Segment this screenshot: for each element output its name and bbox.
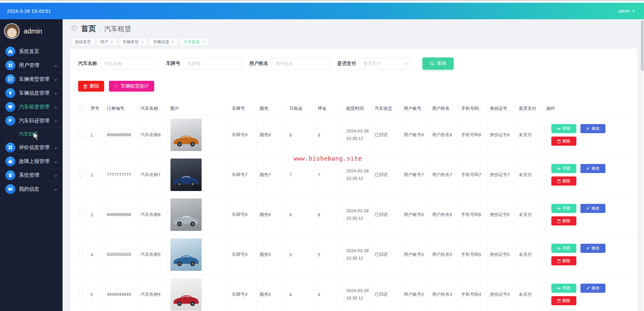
eye-icon — [557, 127, 561, 130]
row-delete-button[interactable]: 删除 — [551, 137, 576, 146]
cell-car-name: 汽车名称5 — [138, 235, 167, 274]
topbar: 2024-3-28 15:43:51 admin ▼ — [0, 3, 644, 19]
view-button[interactable]: 查看 — [551, 164, 576, 173]
tab-vehicle-type[interactable]: 车辆类型 ✕ — [119, 38, 147, 46]
cell-user-name: 用户姓名5 — [429, 235, 458, 274]
tab-vehicle-info[interactable]: 车辆信息 ✕ — [150, 38, 178, 46]
cell-daily-rent: 6 — [286, 195, 315, 235]
eye-icon — [557, 247, 561, 250]
col-image: 图片 — [167, 102, 229, 115]
row-delete-button[interactable]: 删除 — [551, 176, 576, 186]
row-delete-button[interactable]: 删除 — [551, 296, 576, 305]
row-actions: 查看 修改 删除 — [551, 244, 609, 265]
paid-select[interactable]: 是否支付 ∨ — [360, 58, 411, 69]
bulb-icon — [5, 88, 15, 98]
search-button[interactable]: 查询 — [422, 57, 454, 70]
sidebar-item-system-home[interactable]: 系统首页 — [0, 44, 63, 58]
cell-order-no: 5555555555 — [104, 235, 138, 274]
edit-button[interactable]: 修改 — [580, 204, 605, 213]
chart-icon — [5, 74, 15, 84]
cell-order-no: 7777777777 — [104, 155, 138, 195]
trash-icon — [557, 299, 561, 303]
rental-stats-button[interactable]: ♡ 车辆租赁统计 — [109, 81, 154, 92]
select-all-checkbox[interactable] — [79, 106, 84, 111]
row-delete-button[interactable]: 删除 — [551, 216, 576, 225]
sidebar-item-vehicle-type-management[interactable]: 车辆类型管理 — [0, 72, 63, 86]
tab-system-home[interactable]: 系统首页 — [71, 38, 94, 46]
chevron-down-icon — [54, 91, 58, 95]
plate-input[interactable] — [184, 58, 242, 69]
user-menu[interactable]: admin ▼ — [618, 8, 635, 14]
row-delete-button-label: 删除 — [562, 258, 571, 264]
row-checkbox[interactable] — [79, 172, 84, 177]
sidebar-item-label: 汽车归还管理 — [19, 118, 50, 124]
col-plate: 车牌号 — [229, 102, 257, 115]
row-actions: 查看 修改 删除 — [551, 204, 609, 225]
scrollbar-track[interactable] — [640, 19, 644, 311]
view-button[interactable]: 查看 — [551, 244, 576, 253]
close-icon[interactable]: ✕ — [141, 40, 144, 44]
chevron-down-icon — [54, 77, 58, 81]
cell-car-status: 已归还 — [372, 115, 401, 155]
delete-button[interactable]: 删除 — [78, 81, 104, 92]
tab-car-rental[interactable]: 汽车租赁 ✕ — [180, 38, 208, 46]
edit-icon — [586, 246, 590, 250]
eye-icon — [557, 207, 561, 210]
scrollbar-thumb[interactable] — [641, 20, 644, 71]
cell-paid: 未支付 — [516, 274, 544, 311]
chevron-down-icon — [54, 145, 58, 149]
cell-car-name: 汽车名称4 — [138, 274, 167, 311]
user-menu-label: admin — [618, 8, 630, 14]
row-checkbox[interactable] — [79, 292, 84, 296]
sidebar-item-review-info-management[interactable]: 评价信息管理 — [0, 140, 63, 154]
close-icon[interactable]: ✕ — [110, 40, 113, 44]
close-icon[interactable]: ✕ — [202, 40, 205, 44]
sidebar-item-system-management[interactable]: 系统管理 — [0, 168, 63, 182]
edit-button[interactable]: 修改 — [580, 124, 605, 133]
sidebar-item-car-return-management[interactable]: 汽车归还管理 — [0, 114, 63, 127]
id-card-icon — [5, 184, 15, 194]
trash-icon — [83, 84, 87, 89]
sidebar-subitem-car-return[interactable]: 汽车归还 — [0, 127, 63, 140]
tab-users[interactable]: 用户 ✕ — [97, 38, 117, 46]
cell-color: 颜色5 — [257, 235, 286, 274]
sidebar-item-label: 故障上报管理 — [19, 158, 50, 165]
car-name-label: 汽车名称 — [78, 61, 97, 67]
cell-paid: 未支付 — [516, 195, 544, 235]
view-button[interactable]: 查看 — [551, 124, 576, 133]
edit-button[interactable]: 修改 — [580, 164, 605, 173]
sidebar-item-car-rental-management[interactable]: 汽车租赁管理 — [0, 100, 63, 114]
chevron-down-icon — [54, 159, 58, 163]
cell-plate: 车牌号7 — [229, 155, 257, 195]
sidebar-item-fault-report-management[interactable]: 故障上报管理 — [0, 154, 63, 168]
close-icon[interactable]: ✕ — [171, 40, 174, 44]
breadcrumb-home[interactable]: 首页 — [81, 24, 96, 34]
edit-button[interactable]: 修改 — [580, 244, 605, 253]
row-delete-button[interactable]: 删除 — [551, 256, 576, 265]
breadcrumb-separator: / — [99, 26, 101, 32]
row-actions: 查看 修改 删除 — [551, 284, 609, 305]
user-name-input[interactable] — [272, 58, 330, 69]
sidebar-item-my-info[interactable]: 我的信息 — [0, 182, 63, 196]
car-name-input[interactable] — [100, 58, 159, 69]
sidebar-item-label: 评价信息管理 — [19, 144, 50, 151]
tab-label: 车辆类型 — [122, 39, 139, 45]
row-checkbox[interactable] — [79, 252, 84, 257]
cell-paid: 未支付 — [516, 115, 544, 155]
car-image — [170, 198, 202, 231]
chevron-down-icon: ▼ — [632, 9, 635, 13]
sidebar-item-vehicle-info-management[interactable]: 车辆信息管理 — [0, 86, 63, 100]
row-checkbox[interactable] — [79, 132, 84, 137]
view-button[interactable]: 查看 — [551, 204, 576, 213]
app-window: 2024-3-28 15:43:51 admin ▼ admin 系统首页 用户… — [0, 0, 644, 311]
sidebar-item-user-management[interactable]: 用户管理 — [0, 58, 63, 72]
tab-bar: 系统首页 用户 ✕ 车辆类型 ✕ 车辆信息 ✕ 汽车租赁 ✕ — [71, 38, 637, 46]
cell-order-no: 4444444444 — [104, 274, 138, 311]
view-button[interactable]: 查看 — [551, 284, 576, 293]
row-checkbox[interactable] — [79, 212, 84, 217]
edit-button[interactable]: 修改 — [580, 284, 605, 293]
toolbar: 删除 ♡ 车辆租赁统计 — [78, 81, 631, 92]
cell-daily-rent: 8 — [286, 115, 315, 155]
rental-table: 序号 订单编号 汽车名称 图片 车牌号 颜色 日租金 押金 租赁时间 汽车状态 … — [76, 102, 634, 311]
cell-user-account: 用户账号6 — [401, 195, 429, 235]
